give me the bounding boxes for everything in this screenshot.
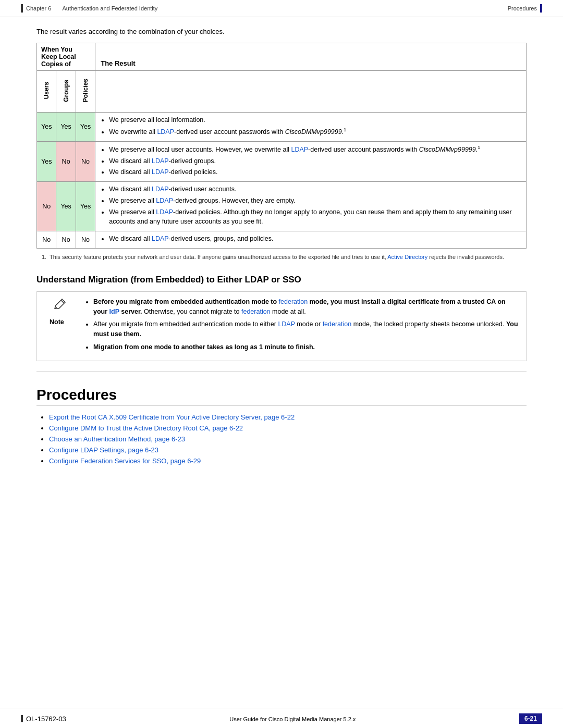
procedure-link-2[interactable]: Configure DMM to Trust the Active Direct… [49,424,243,432]
footnote: 1. This security feature protects your n… [36,254,527,260]
table-header-copies: When YouKeep LocalCopies of [41,46,76,68]
chapter-label: Chapter 6 [26,5,51,11]
footer-left: OL-15762-03 [21,715,66,723]
header-right-bar-icon [540,4,542,13]
result-cell-2: We preserve all local user accounts. How… [95,141,527,181]
header-bar-icon [21,4,23,13]
header-right: Procedures [508,4,542,13]
result-column-header: The Result [95,43,527,71]
note-icon [53,297,67,315]
footnote-text: 1. This security feature protects your n… [42,254,504,260]
policies-cell-3: Yes [76,182,95,231]
users-col-header: Users [37,71,56,113]
intro-text: The result varies according to the combi… [36,28,527,35]
policies-col-header: Policies [76,71,95,113]
table-row: No No No We discard all LDAP-derived use… [37,231,527,249]
page-number: 6-21 [519,713,542,724]
guide-title: User Guide for Cisco Digital Media Manag… [229,716,356,722]
note-box: Note Before you migrate from embedded au… [36,291,527,361]
federation-link-3[interactable]: federation [323,320,352,328]
footer-bar-icon [21,715,23,722]
ldap-link-note-1[interactable]: LDAP [278,320,295,328]
procedure-link-4[interactable]: Configure LDAP Settings, page 6-23 [49,446,158,454]
footer-center: User Guide for Cisco Digital Media Manag… [229,715,356,723]
policies-cell-4: No [76,231,95,249]
note-label: Note [50,317,70,326]
procedures-list: Export the Root CA X.509 Certificate fro… [49,413,527,465]
ldap-link-2-2[interactable]: LDAP [152,157,169,165]
result-cell-3: We discard all LDAP-derived user account… [95,182,527,231]
list-item: Export the Root CA X.509 Certificate fro… [49,413,527,421]
procedure-link-5[interactable]: Configure Federation Services for SSO, p… [49,457,201,465]
result-cell-1: We preserve all local information. We ov… [95,113,527,142]
table-row: Yes Yes Yes We preserve all local inform… [37,113,527,142]
groups-cell-3: Yes [56,182,76,231]
result-cell-4: We discard all LDAP-derived users, group… [95,231,527,249]
main-content: The result varies according to the combi… [0,17,563,499]
list-item: Configure LDAP Settings, page 6-23 [49,446,527,454]
ldap-link-3-1[interactable]: LDAP [152,186,169,193]
groups-cell-4: No [56,231,76,249]
ldap-link-2-3[interactable]: LDAP [152,168,169,176]
active-directory-link-fn[interactable]: Active Directory [387,254,427,260]
ldap-link-3-2[interactable]: LDAP [156,197,173,204]
list-item: Configure Federation Services for SSO, p… [49,457,527,465]
users-cell-3: No [37,182,56,231]
page-header: Chapter 6 Authentication and Federated I… [0,0,563,17]
policies-cell-2: No [76,141,95,181]
list-item: Configure DMM to Trust the Active Direct… [49,424,527,432]
section-label: Procedures [508,5,537,11]
chapter-title: Authentication and Federated Identity [62,5,157,11]
migration-heading: Understand Migration (from Embedded) to … [36,275,527,285]
ldap-link-4-1[interactable]: LDAP [152,235,169,242]
procedures-heading: Procedures [36,387,527,406]
table-row: Yes No No We preserve all local user acc… [37,141,527,181]
page-footer: OL-15762-03 User Guide for Cisco Digital… [0,709,563,728]
groups-col-header: Groups [56,71,76,113]
ldap-link-2-1[interactable]: LDAP [291,146,308,153]
list-item: Choose an Authentication Method, page 6-… [49,435,527,443]
procedure-link-1[interactable]: Export the Root CA X.509 Certificate fro… [49,413,295,421]
users-cell-2: Yes [37,141,56,181]
federation-link-2[interactable]: federation [241,308,271,315]
users-cell-4: No [37,231,56,249]
procedure-link-3[interactable]: Choose an Authentication Method, page 6-… [49,435,185,443]
chapter-separator [54,5,59,11]
federation-link-1[interactable]: federation [279,298,308,305]
doc-id: OL-15762-03 [26,715,66,723]
table-row: No Yes Yes We discard all LDAP-derived u… [37,182,527,231]
choices-table: When YouKeep LocalCopies of The Result U… [36,43,527,249]
header-left: Chapter 6 Authentication and Federated I… [21,4,157,13]
users-cell-1: Yes [37,113,56,142]
idp-link[interactable]: IdP [109,308,119,315]
groups-cell-2: No [56,141,76,181]
ldap-link-1-1[interactable]: LDAP [157,128,174,135]
policies-cell-1: Yes [76,113,95,142]
groups-cell-1: Yes [56,113,76,142]
ldap-link-3-3[interactable]: LDAP [156,208,173,216]
note-content: Before you migrate from embedded authent… [84,297,519,355]
